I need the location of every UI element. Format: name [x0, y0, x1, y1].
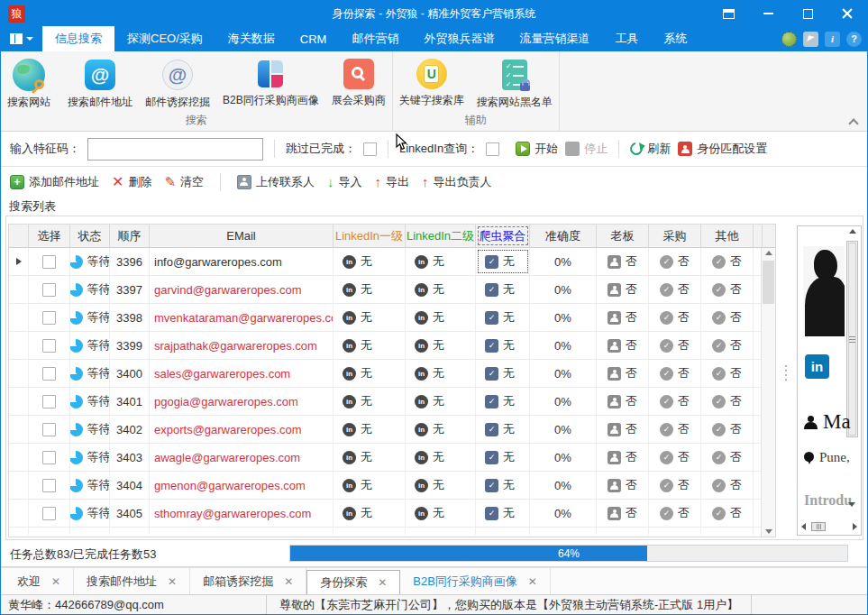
export-manager-button[interactable]: ↑导出负责人 [422, 174, 492, 190]
maximize-button[interactable] [788, 1, 827, 26]
doc-tab-identity-explore[interactable]: 身份探索✕ [306, 570, 400, 594]
tab-system[interactable]: 系统 [651, 26, 699, 51]
cell-other[interactable]: ✓否 [701, 388, 754, 415]
cell-crawler[interactable]: ✓无 [476, 416, 530, 443]
email-lure-mining-button[interactable]: @ 邮件诱探挖掘 [139, 55, 216, 112]
cell-order[interactable]: 3398 [110, 304, 150, 331]
table-row[interactable]: 等待3402exports@garwareropes.comin无in无✓无0%… [9, 416, 775, 444]
cell-linkedin1[interactable]: in无 [333, 388, 406, 415]
minimize-button[interactable] [748, 1, 788, 26]
search-email-button[interactable]: @ 搜索邮件地址 [61, 55, 139, 112]
cell-boss[interactable]: 否 [597, 304, 649, 331]
close-tab-icon[interactable]: ✕ [528, 575, 537, 588]
cell-crawler[interactable]: ✓无 [476, 332, 530, 359]
cell-select[interactable] [29, 472, 70, 499]
cell-boss[interactable]: 否 [597, 388, 649, 415]
cell-purchase[interactable]: ✓否 [649, 332, 701, 359]
table-row[interactable]: 等待3396info@garwareropes.comin无in无✓无0%否✓否… [9, 248, 775, 276]
cell-linkedin1[interactable]: in无 [333, 472, 406, 499]
cell-status[interactable]: 等待 [70, 360, 110, 387]
cell-email[interactable]: srajpathak@garwareropes.com [150, 332, 333, 359]
cell-status[interactable]: 等待 [70, 500, 110, 527]
cell-linkedin1[interactable]: in无 [333, 416, 406, 443]
cell-accuracy[interactable]: 0% [530, 332, 597, 359]
cell-select[interactable] [29, 444, 70, 471]
cell-other[interactable]: ✓否 [701, 500, 754, 527]
cell-order[interactable]: 3399 [110, 332, 150, 359]
cell-other[interactable]: ✓否 [701, 276, 754, 303]
cell-email[interactable]: sthomray@garwareropes.com [150, 500, 333, 527]
cell-linkedin2[interactable]: in无 [406, 276, 476, 303]
row-checkbox[interactable] [42, 507, 56, 520]
cell-order[interactable]: 3405 [110, 500, 150, 527]
cell-linkedin2[interactable]: in无 [406, 248, 476, 275]
cell-crawler[interactable]: ✓无 [476, 360, 530, 387]
cell-accuracy[interactable]: 0% [530, 360, 597, 387]
cell-linkedin1[interactable]: in无 [333, 444, 406, 471]
doc-tab-welcome[interactable]: 欢迎✕ [5, 568, 74, 594]
header-other[interactable]: 其他 [701, 225, 754, 247]
cell-linkedin1[interactable]: in无 [333, 276, 406, 303]
table-vertical-scrollbar[interactable] [761, 248, 775, 537]
cell-linkedin2[interactable]: in无 [406, 304, 476, 331]
panel-scrollbar-thumb[interactable] [848, 243, 856, 436]
table-row[interactable]: 等待3403awagle@garwareropes.comin无in无✓无0%否… [9, 444, 775, 472]
linkedin-query-checkbox[interactable] [486, 142, 499, 156]
h-scrollbar-thumb[interactable] [811, 522, 826, 531]
cell-other[interactable]: ✓否 [701, 332, 754, 359]
panel-scroll-down-icon[interactable] [848, 502, 855, 507]
feature-code-input[interactable] [87, 138, 263, 161]
row-checkbox[interactable] [42, 479, 56, 492]
skip-completed-checkbox[interactable] [363, 142, 377, 156]
tab-info-search[interactable]: 信息搜索 [42, 26, 114, 51]
cell-purchase[interactable]: ✓否 [649, 500, 701, 527]
cell-status[interactable]: 等待 [70, 388, 110, 415]
tab-traffic-channel[interactable]: 流量营销渠道 [507, 26, 602, 51]
cell-accuracy[interactable]: 0% [530, 248, 597, 275]
row-checkbox[interactable] [42, 255, 56, 269]
table-row[interactable]: 等待3401pgogia@garwareropes.comin无in无✓无0%否… [9, 388, 775, 416]
cell-other[interactable]: ✓否 [701, 472, 754, 499]
tab-email-marketing[interactable]: 邮件营销 [339, 26, 411, 51]
header-email[interactable]: EMail [150, 225, 333, 247]
cell-order[interactable]: 3400 [110, 360, 150, 387]
cell-status[interactable]: 等待 [70, 304, 110, 331]
tab-crm[interactable]: CRM [288, 26, 340, 51]
cell-status[interactable]: 等待 [70, 332, 110, 359]
cell-purchase[interactable]: ✓否 [649, 276, 701, 303]
cell-crawler[interactable]: ✓无 [476, 472, 530, 499]
tab-detect-ceo[interactable]: 探测CEO/采购 [114, 26, 215, 51]
table-row[interactable]: 等待3404gmenon@garwareropes.comin无in无✓无0%否… [9, 472, 775, 500]
cell-email[interactable]: info@garwareropes.com [150, 248, 333, 275]
cell-purchase[interactable]: ✓否 [649, 304, 701, 331]
cell-other[interactable]: ✓否 [701, 360, 754, 387]
cell-crawler[interactable]: ✓无 [476, 304, 530, 331]
cell-boss[interactable]: 否 [597, 500, 649, 527]
cell-linkedin2[interactable]: in无 [406, 332, 476, 359]
cell-crawler[interactable]: ✓无 [476, 388, 530, 415]
cell-select[interactable] [29, 388, 70, 415]
cell-accuracy[interactable]: 0% [530, 388, 597, 415]
help-icon[interactable]: ? [846, 32, 862, 47]
splitter-handle[interactable] [785, 365, 787, 381]
main-menu-button[interactable] [1, 26, 42, 51]
cell-email[interactable]: exports@garwareropes.com [150, 416, 333, 443]
add-email-button[interactable]: +添加邮件地址 [10, 174, 99, 190]
panel-scroll-up-icon[interactable] [849, 229, 856, 234]
cell-linkedin2[interactable]: in无 [406, 360, 476, 387]
cell-order[interactable]: 3396 [110, 248, 150, 275]
tab-arsenal[interactable]: 外贸狼兵器谱 [411, 26, 507, 51]
cell-boss[interactable]: 否 [597, 444, 649, 471]
tab-customs-data[interactable]: 海关数据 [215, 26, 288, 51]
row-checkbox[interactable] [42, 423, 56, 436]
cell-purchase[interactable]: ✓否 [649, 416, 701, 443]
scrollbar-thumb[interactable] [763, 261, 774, 304]
cell-accuracy[interactable]: 0% [530, 304, 597, 331]
row-checkbox[interactable] [42, 451, 56, 464]
cell-order[interactable]: 3404 [110, 472, 150, 499]
cell-boss[interactable]: 否 [597, 472, 649, 499]
cell-boss[interactable]: 否 [597, 360, 649, 387]
header-boss[interactable]: 老板 [597, 225, 649, 247]
export-button[interactable]: ↑导出 [374, 174, 409, 190]
cell-linkedin1[interactable]: in无 [333, 248, 406, 275]
